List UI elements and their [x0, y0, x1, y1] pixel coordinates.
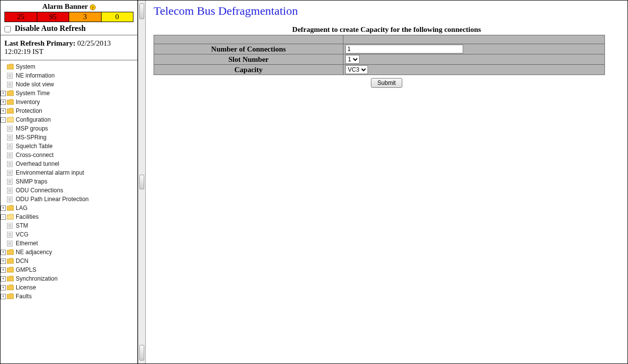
tree-item-label[interactable]: Configuration [16, 116, 51, 123]
alarm-banner-label: Alarm Banner [42, 2, 88, 10]
tree-item-cross-connect[interactable]: Cross-connect [0, 151, 137, 159]
num-connections-label: Number of Connections [154, 44, 343, 54]
disable-auto-refresh-label: Disable Auto Refresh [15, 24, 86, 32]
alarm-cell-3[interactable]: 0 [102, 12, 133, 22]
tree-item-label[interactable]: NE adjacency [16, 249, 52, 256]
folder-icon [7, 205, 14, 211]
alarm-cell-1[interactable]: 95 [37, 12, 70, 22]
collapse-icon[interactable]: - [0, 214, 6, 220]
tree-item-configuration[interactable]: -Configuration [0, 115, 137, 124]
tree-item-label[interactable]: Faults [16, 293, 32, 300]
tree-item-label[interactable]: System [16, 63, 35, 70]
expand-icon[interactable]: + [0, 267, 6, 273]
expand-icon[interactable]: + [0, 206, 6, 211]
alarm-cell-2[interactable]: 3 [69, 12, 102, 22]
help-icon[interactable]: ? [90, 4, 96, 10]
expand-icon[interactable]: + [0, 294, 6, 299]
submit-button[interactable]: Submit [371, 78, 402, 88]
expander-spacer [0, 82, 6, 87]
tree-item-dcn[interactable]: +DCN [0, 257, 137, 265]
expander-spacer [0, 241, 6, 246]
expand-icon[interactable]: + [0, 259, 6, 264]
splitter[interactable] [138, 0, 146, 364]
tree-item-label[interactable]: STM [16, 222, 28, 229]
tree-item-ne-adjacency[interactable]: +NE adjacency [0, 248, 137, 257]
expander-spacer [0, 144, 6, 149]
tree-item-system[interactable]: System [0, 62, 137, 71]
tree-item-label[interactable]: Squelch Table [16, 143, 52, 150]
num-connections-input[interactable] [345, 45, 463, 53]
expand-icon[interactable]: + [0, 108, 6, 114]
tree-item-label[interactable]: License [16, 284, 36, 291]
expand-icon[interactable]: + [0, 250, 6, 255]
tree-item-label[interactable]: Inventory [16, 99, 40, 105]
tree-item-ms-spring[interactable]: MS-SPRing [0, 133, 137, 142]
tree-item-stm[interactable]: STM [0, 221, 137, 230]
expand-icon[interactable]: + [0, 91, 6, 96]
tree-item-environmental-alarm-input[interactable]: Environmental alarm input [0, 168, 137, 177]
tree-item-squelch-table[interactable]: Squelch Table [0, 142, 137, 151]
alarm-section: Alarm Banner ? 259530 Disable Auto Refre… [0, 0, 137, 35]
tree-item-label[interactable]: ODU Connections [16, 187, 63, 194]
tree-item-label[interactable]: Node slot view [16, 81, 54, 88]
page-icon [7, 81, 14, 87]
tree-item-label[interactable]: ODU Path Linear Protection [16, 196, 89, 203]
collapse-icon[interactable]: - [0, 117, 6, 123]
capacity-select[interactable]: VC3 [345, 65, 368, 74]
page-icon [7, 152, 14, 158]
page-title: Telecom Bus Defragmentation [154, 4, 620, 18]
expand-icon[interactable]: + [0, 276, 6, 282]
tree-item-odu-connections[interactable]: ODU Connections [0, 186, 137, 195]
tree-item-snmp-traps[interactable]: SNMP traps [0, 177, 137, 186]
tree-item-label[interactable]: Synchronization [16, 275, 57, 282]
disable-auto-refresh-checkbox[interactable] [4, 26, 11, 32]
tree-item-lag[interactable]: +LAG [0, 204, 137, 212]
page-icon [7, 240, 14, 246]
nav-tree-scroll[interactable]: SystemNE informationNode slot view+Syste… [0, 60, 137, 364]
alarm-cell-0[interactable]: 25 [5, 12, 37, 22]
tree-item-protection[interactable]: +Protection [0, 106, 137, 115]
page-icon [7, 73, 14, 78]
form-grid: Number of Connections Slot Number 1 Capa… [154, 35, 605, 75]
tree-item-label[interactable]: SNMP traps [16, 178, 47, 185]
tree-item-label[interactable]: Ethernet [16, 240, 38, 247]
tree-item-label[interactable]: DCN [16, 258, 28, 264]
slot-number-select[interactable]: 1 [345, 55, 360, 64]
tree-item-label[interactable]: Protection [16, 107, 42, 114]
svg-rect-30 [7, 161, 12, 167]
tree-item-label[interactable]: VCG [16, 231, 28, 238]
expander-spacer [0, 73, 6, 78]
tree-item-faults[interactable]: +Faults [0, 292, 137, 301]
tree-item-label[interactable]: Overhead tunnel [16, 160, 59, 167]
expand-icon[interactable]: + [0, 285, 6, 290]
tree-item-label[interactable]: Facilities [16, 213, 39, 220]
page-icon [7, 196, 14, 202]
tree-item-node-slot-view[interactable]: Node slot view [0, 80, 137, 89]
tree-item-vcg[interactable]: VCG [0, 230, 137, 239]
tree-item-label[interactable]: System Time [16, 90, 50, 97]
tree-item-label[interactable]: Environmental alarm input [16, 169, 84, 176]
tree-item-facilities[interactable]: -Facilities [0, 212, 137, 221]
tree-item-label[interactable]: GMPLS [16, 266, 36, 273]
tree-item-label[interactable]: NE information [16, 72, 54, 79]
expander-spacer [0, 153, 6, 158]
tree-item-gmpls[interactable]: +GMPLS [0, 265, 137, 274]
tree-item-ne-information[interactable]: NE information [0, 71, 137, 80]
tree-item-synchronization[interactable]: +Synchronization [0, 274, 137, 283]
tree-item-system-time[interactable]: +System Time [0, 89, 137, 98]
tree-item-ethernet[interactable]: Ethernet [0, 239, 137, 248]
tree-item-inventory[interactable]: +Inventory [0, 98, 137, 106]
tree-item-odu-path-linear-protection[interactable]: ODU Path Linear Protection [0, 195, 137, 204]
tree-item-label[interactable]: MSP groups [16, 125, 48, 132]
disable-auto-refresh[interactable]: Disable Auto Refresh [4, 24, 133, 33]
tree-item-msp-groups[interactable]: MSP groups [0, 124, 137, 133]
expander-spacer [0, 161, 6, 167]
expand-icon[interactable]: + [0, 100, 6, 105]
tree-item-label[interactable]: LAG [16, 205, 27, 211]
tree-item-label[interactable]: Cross-connect [16, 152, 53, 158]
tree-item-overhead-tunnel[interactable]: Overhead tunnel [0, 159, 137, 168]
page-icon [7, 126, 14, 131]
tree-item-license[interactable]: +License [0, 283, 137, 292]
tree-item-label[interactable]: MS-SPRing [16, 134, 47, 141]
expander-spacer [0, 135, 6, 140]
